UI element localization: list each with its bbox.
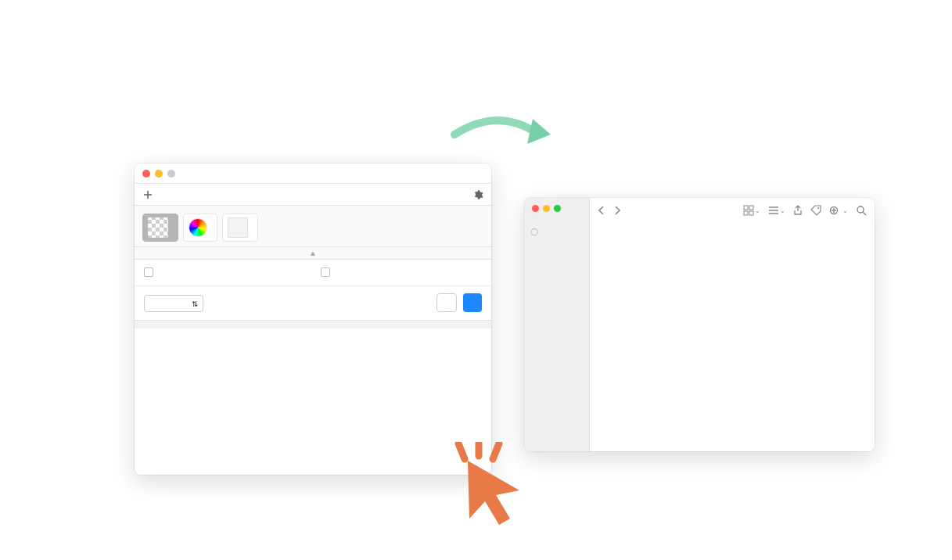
gear-icon[interactable] — [472, 189, 483, 200]
start-button[interactable] — [463, 293, 482, 312]
sidebar-all-tags[interactable]: ◯ — [530, 228, 583, 235]
traffic-zoom[interactable] — [167, 170, 175, 178]
finder-traffic-close[interactable] — [532, 205, 539, 212]
group-button[interactable]: ⌄ — [768, 205, 785, 216]
arrow-illustration — [451, 111, 560, 158]
add-shadow-checkbox[interactable] — [144, 267, 305, 277]
svg-line-7 — [458, 443, 465, 459]
svg-point-4 — [817, 207, 819, 209]
finder-traffic-minimize[interactable] — [543, 205, 550, 212]
svg-rect-0 — [744, 206, 748, 210]
finder-file-grid — [590, 223, 875, 232]
traffic-minimize[interactable] — [155, 170, 163, 178]
option-design-template[interactable] — [222, 214, 258, 242]
window-titlebar — [135, 163, 491, 184]
traffic-close[interactable] — [142, 170, 150, 178]
template-icon — [228, 217, 248, 238]
photoshop-file-checkbox[interactable] — [321, 267, 482, 277]
forward-button[interactable] — [613, 206, 621, 215]
change-to-section — [135, 206, 491, 246]
click-cursor-graphic — [444, 442, 530, 528]
search-button[interactable] — [856, 205, 867, 216]
chevron-updown-icon: ⇅ — [192, 300, 198, 308]
drop-area-row[interactable] — [135, 184, 491, 206]
share-button[interactable] — [793, 205, 803, 216]
collapse-caret[interactable]: ▲ — [135, 246, 491, 260]
view-icons-button[interactable]: ⌄ — [743, 205, 760, 216]
back-button[interactable] — [598, 206, 605, 215]
finder-sidebar: ◯ — [524, 198, 590, 451]
svg-rect-2 — [744, 211, 748, 215]
svg-rect-3 — [749, 211, 753, 215]
option-colored-bg[interactable] — [183, 214, 217, 242]
removebg-window: ▲ ⇅ — [135, 163, 491, 475]
output-size-select[interactable]: ⇅ — [144, 295, 203, 312]
clear-list-button[interactable] — [436, 293, 457, 312]
color-wheel-icon — [189, 218, 207, 237]
svg-rect-1 — [749, 206, 753, 210]
finder-toolbar: ⌄ ⌄ ⌄ — [590, 198, 875, 223]
action-button[interactable]: ⌄ — [829, 205, 848, 216]
svg-point-6 — [857, 206, 864, 213]
svg-line-9 — [493, 443, 499, 459]
option-transparent-bg[interactable] — [142, 214, 178, 242]
finder-traffic-zoom[interactable] — [554, 205, 561, 212]
plus-icon — [142, 189, 153, 200]
finder-window: ◯ ⌄ ⌄ ⌄ — [524, 198, 875, 451]
tag-button[interactable] — [810, 205, 821, 216]
